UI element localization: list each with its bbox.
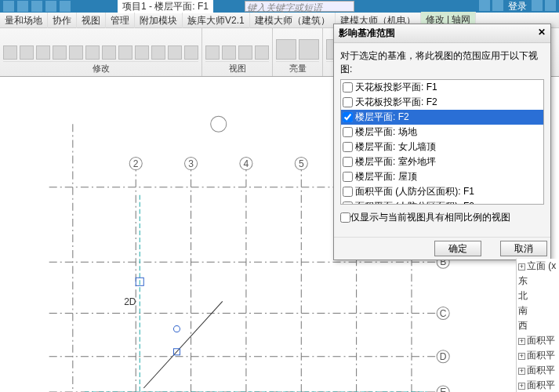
- tab-1[interactable]: 协作: [48, 13, 77, 28]
- item-checkbox[interactable]: [343, 142, 353, 152]
- titlebar-right: 登录: [479, 0, 556, 13]
- search-input[interactable]: 键入关键字或短语: [245, 1, 354, 12]
- project-browser[interactable]: +立面 (x 东 北 南 西+面积平+面积平+面积平+面积平+图例+明细表+图纸…: [516, 259, 559, 392]
- min-icon[interactable]: [532, 0, 543, 11]
- svg-text:2: 2: [133, 158, 139, 169]
- item-checkbox[interactable]: [343, 201, 353, 205]
- panel-label: 修改: [3, 61, 198, 74]
- dialog-title: 影响基准范围: [339, 27, 395, 40]
- tree-item[interactable]: 北: [517, 289, 559, 303]
- tree-item[interactable]: +面积平: [517, 348, 559, 363]
- ribbon-icon[interactable]: [3, 45, 17, 60]
- item-checkbox[interactable]: [343, 172, 353, 182]
- login-link[interactable]: 登录: [506, 0, 529, 13]
- tree-item[interactable]: 南: [517, 303, 559, 318]
- tree-item[interactable]: +面积平: [517, 378, 559, 392]
- ribbon-icon[interactable]: [276, 39, 296, 60]
- ribbon-icon[interactable]: [53, 45, 67, 60]
- ribbon-icon[interactable]: [205, 45, 220, 60]
- ribbon-icon[interactable]: [135, 45, 149, 60]
- item-checkbox[interactable]: [343, 127, 353, 137]
- panel-label: 亮量: [276, 61, 319, 74]
- list-item[interactable]: 楼层平面: F2: [341, 110, 543, 125]
- tab-2[interactable]: 视图: [77, 13, 106, 28]
- svg-text:E: E: [440, 387, 446, 392]
- svg-point-34: [211, 116, 227, 132]
- svg-text:5: 5: [299, 158, 304, 169]
- qa-icon[interactable]: [45, 1, 56, 12]
- list-item[interactable]: 楼层平面: 场地: [341, 125, 543, 140]
- list-item[interactable]: 面积平面 (人防分区面积): F2: [341, 199, 543, 205]
- panel-视图: 视图: [202, 28, 273, 76]
- tree-item[interactable]: 东: [517, 274, 559, 289]
- dialog-prompt: 对于选定的基准，将此视图的范围应用于以下视图:: [340, 49, 544, 76]
- ribbon-icon[interactable]: [222, 45, 236, 60]
- item-checkbox[interactable]: [343, 112, 353, 122]
- list-item[interactable]: 楼层平面: 屋顶: [341, 169, 543, 184]
- list-item[interactable]: 楼层平面: 女儿墙顶: [341, 140, 543, 154]
- svg-text:D: D: [440, 351, 447, 362]
- ribbon-icon[interactable]: [184, 45, 198, 60]
- cancel-button[interactable]: 取消: [500, 241, 547, 256]
- item-checkbox[interactable]: [343, 82, 353, 93]
- list-item[interactable]: 楼层平面: 室外地坪: [341, 154, 543, 169]
- item-checkbox[interactable]: [343, 97, 353, 107]
- tree-item[interactable]: 西: [517, 318, 559, 333]
- user-icon[interactable]: [492, 0, 503, 11]
- panel-label: 视图: [205, 61, 269, 74]
- same-scale-checkbox[interactable]: 仅显示与当前视图具有相同比例的视图: [340, 211, 544, 224]
- qa-icon[interactable]: [3, 1, 14, 12]
- close-icon[interactable]: [545, 0, 556, 11]
- list-item[interactable]: 天花板投影平面: F2: [341, 95, 543, 110]
- tree-item[interactable]: +面积平: [517, 333, 559, 348]
- help-icon[interactable]: [479, 0, 490, 11]
- scope-dialog: 影响基准范围 ✕ 对于选定的基准，将此视图的范围应用于以下视图: 天花板投影平面…: [333, 24, 551, 260]
- ribbon-icon[interactable]: [36, 45, 50, 60]
- ribbon-icon[interactable]: [255, 45, 269, 60]
- tag-2d: 2D: [124, 296, 136, 307]
- dialog-close-icon[interactable]: ✕: [538, 27, 546, 40]
- svg-text:4: 4: [244, 158, 249, 169]
- qa-icon[interactable]: [60, 1, 71, 12]
- list-item[interactable]: 面积平面 (人防分区面积): F1: [341, 184, 543, 199]
- ribbon-icon[interactable]: [168, 45, 182, 60]
- ribbon-icon[interactable]: [69, 45, 83, 60]
- tab-5[interactable]: 族库大师V2.1: [183, 13, 250, 28]
- tab-6[interactable]: 建模大师（建筑）: [250, 13, 336, 28]
- list-item[interactable]: 天花板投影平面: F1: [341, 80, 543, 95]
- tree-item[interactable]: +立面 (x: [517, 259, 559, 274]
- dialog-title-bar[interactable]: 影响基准范围 ✕: [334, 24, 550, 43]
- ribbon-icon[interactable]: [299, 39, 319, 60]
- panel-亮量: 亮量: [273, 28, 323, 76]
- ribbon-icon[interactable]: [151, 45, 165, 60]
- ribbon-icon[interactable]: [102, 45, 116, 60]
- ribbon-icon[interactable]: [238, 45, 252, 60]
- ribbon-icon[interactable]: [85, 45, 100, 60]
- tab-3[interactable]: 管理: [106, 13, 135, 28]
- ribbon-icon[interactable]: [20, 45, 34, 60]
- tab-4[interactable]: 附加模块: [135, 13, 183, 28]
- tree-item[interactable]: +面积平: [517, 363, 559, 378]
- svg-line-15: [143, 301, 223, 388]
- tab-0[interactable]: 量和场地: [0, 13, 48, 28]
- quick-access[interactable]: [3, 1, 71, 12]
- view-list[interactable]: 天花板投影平面: F1天花板投影平面: F2楼层平面: F2楼层平面: 场地楼层…: [340, 79, 544, 205]
- svg-text:3: 3: [188, 158, 194, 169]
- qa-icon[interactable]: [17, 1, 28, 12]
- ok-button[interactable]: 确定: [434, 241, 481, 256]
- item-checkbox[interactable]: [343, 157, 353, 167]
- grip-icon[interactable]: [173, 326, 180, 332]
- document-title: 项目1 - 楼层平面: F1: [118, 0, 213, 13]
- svg-text:C: C: [440, 308, 447, 319]
- item-checkbox[interactable]: [343, 187, 353, 197]
- qa-icon[interactable]: [31, 1, 42, 12]
- ribbon-icon[interactable]: [118, 45, 132, 60]
- panel-修改: 修改: [0, 28, 202, 76]
